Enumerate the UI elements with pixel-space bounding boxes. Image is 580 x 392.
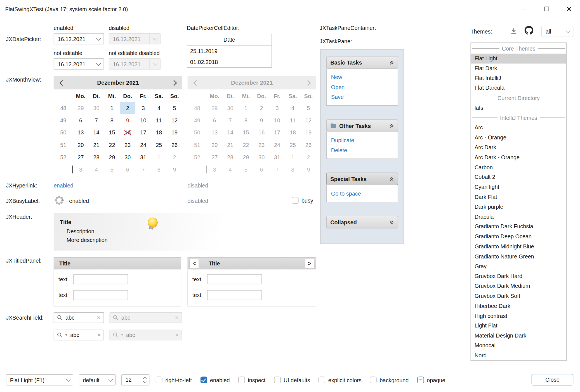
- text-input[interactable]: [207, 290, 262, 300]
- day-cell[interactable]: 21: [88, 139, 104, 151]
- day-cell[interactable]: 19: [167, 127, 182, 139]
- checkbox-right-to-left[interactable]: right-to-left: [156, 377, 192, 383]
- table-row[interactable]: 01.02.2018: [187, 56, 272, 67]
- table-row[interactable]: 25.11.2019: [187, 46, 272, 56]
- theme-item[interactable]: Arc Dark: [471, 143, 566, 153]
- day-cell[interactable]: 10: [135, 114, 151, 127]
- day-cell[interactable]: 3: [135, 102, 151, 114]
- checkbox-box[interactable]: [319, 377, 325, 383]
- day-cell[interactable]: 28: [222, 151, 238, 163]
- checkbox-box[interactable]: [274, 377, 281, 383]
- checkbox-box[interactable]: [417, 377, 424, 383]
- day-cell[interactable]: 6: [254, 163, 269, 176]
- day-cell[interactable]: 6: [207, 114, 222, 127]
- chevron-down-icon[interactable]: [93, 59, 103, 69]
- theme-item[interactable]: Hiberbee Dark: [471, 301, 566, 311]
- theme-item[interactable]: Carbon: [471, 162, 566, 172]
- day-cell[interactable]: 9: [120, 114, 135, 127]
- day-cell[interactable]: 9: [254, 114, 269, 127]
- theme-item[interactable]: Flat Light: [471, 54, 566, 63]
- day-cell[interactable]: 31: [269, 151, 285, 163]
- day-cell[interactable]: 13: [207, 127, 222, 139]
- chevron-down-icon[interactable]: [65, 334, 67, 336]
- day-cell[interactable]: 5: [104, 163, 120, 176]
- day-cell[interactable]: 9: [167, 163, 182, 176]
- day-cell[interactable]: 26: [301, 139, 316, 151]
- close-button[interactable]: Close: [532, 374, 573, 386]
- day-cell[interactable]: 7: [269, 163, 285, 176]
- day-cell[interactable]: 10: [269, 114, 285, 127]
- theme-item[interactable]: Flat Darcula: [471, 83, 566, 93]
- day-cell[interactable]: 8: [104, 114, 120, 127]
- day-cell[interactable]: 31: [135, 151, 151, 163]
- day-cell[interactable]: 24: [135, 139, 151, 151]
- day-cell[interactable]: 1: [151, 151, 167, 163]
- day-cell[interactable]: 22: [238, 139, 254, 151]
- checkbox-box[interactable]: [201, 377, 207, 383]
- theme-item[interactable]: High contrast: [471, 311, 566, 321]
- chevron-down-icon[interactable]: [93, 34, 103, 44]
- day-cell[interactable]: 1: [238, 102, 254, 114]
- clear-icon[interactable]: ×: [97, 332, 101, 338]
- day-cell[interactable]: 7: [88, 114, 104, 127]
- day-cell[interactable]: 2: [120, 102, 135, 114]
- day-cell[interactable]: 18: [285, 127, 301, 139]
- theme-item[interactable]: Flat IntelliJ: [471, 73, 566, 83]
- day-cell[interactable]: 14: [222, 127, 238, 139]
- day-cell[interactable]: 28: [88, 151, 104, 163]
- style-combo[interactable]: default: [79, 374, 116, 386]
- theme-item[interactable]: Gruvbox Dark Medium: [471, 281, 566, 291]
- day-cell[interactable]: 6: [120, 163, 135, 176]
- day-cell[interactable]: 11: [151, 114, 167, 127]
- theme-item[interactable]: Cobalt 2: [471, 172, 566, 182]
- github-icon[interactable]: [525, 26, 534, 35]
- day-cell[interactable]: 17: [135, 127, 151, 139]
- day-cell[interactable]: 7: [135, 163, 151, 176]
- checkbox-busy[interactable]: busy: [292, 196, 313, 205]
- day-cell[interactable]: 29: [104, 151, 120, 163]
- datepicker-enabled[interactable]: 16.12.2021: [54, 33, 104, 44]
- task-link[interactable]: Delete: [327, 145, 398, 155]
- searchfield-with-menu-enabled[interactable]: ×: [54, 330, 104, 340]
- theme-item[interactable]: Dark purple: [471, 202, 566, 212]
- download-icon[interactable]: [510, 27, 518, 35]
- chevron-double-up-icon[interactable]: [390, 177, 394, 181]
- minimize-button[interactable]: [513, 0, 536, 18]
- day-cell[interactable]: 7: [222, 114, 238, 127]
- day-cell[interactable]: 8: [285, 163, 301, 176]
- day-cell[interactable]: 29: [238, 151, 254, 163]
- search-input[interactable]: [70, 331, 95, 338]
- search-input[interactable]: [65, 314, 95, 321]
- prev-month-button[interactable]: [54, 76, 71, 89]
- hyperlink-enabled[interactable]: enabled: [54, 182, 74, 189]
- next-button[interactable]: >: [305, 258, 314, 268]
- day-cell[interactable]: 21: [222, 139, 238, 151]
- chevron-double-up-icon[interactable]: [390, 60, 394, 65]
- checkbox-background[interactable]: background: [370, 377, 409, 383]
- checkbox-opaque[interactable]: opaque: [417, 377, 445, 383]
- theme-item[interactable]: Monocai: [471, 341, 566, 350]
- day-cell[interactable]: 27: [73, 151, 89, 163]
- theme-item[interactable]: Arc Dark - Orange: [471, 153, 566, 162]
- day-cell[interactable]: 25: [285, 139, 301, 151]
- taskpane-header[interactable]: Basic Tasks: [326, 56, 398, 69]
- day-cell[interactable]: 5: [167, 102, 182, 114]
- theme-item[interactable]: Gradianto Midnight Blue: [471, 242, 566, 251]
- day-cell[interactable]: 9: [301, 163, 316, 176]
- themes-filter-combo[interactable]: all: [541, 26, 573, 37]
- day-cell[interactable]: 30: [120, 151, 135, 163]
- day-cell[interactable]: 8: [151, 163, 167, 176]
- task-link[interactable]: Go to space: [327, 189, 398, 199]
- text-input[interactable]: [73, 274, 128, 284]
- day-cell[interactable]: 1: [285, 151, 301, 163]
- theme-item[interactable]: Gray: [471, 262, 566, 271]
- day-cell[interactable]: 24: [269, 139, 285, 151]
- checkbox-box[interactable]: [292, 197, 299, 204]
- day-cell[interactable]: 29: [207, 102, 222, 114]
- day-cell[interactable]: 18: [151, 127, 167, 139]
- day-cell[interactable]: 1: [104, 102, 120, 114]
- checkbox-inspect[interactable]: inspect: [238, 377, 265, 383]
- laf-combo[interactable]: Flat Light (F1): [6, 374, 73, 386]
- theme-item[interactable]: Gradianto Dark Fuchsia: [471, 222, 566, 232]
- theme-item[interactable]: Material Design Dark: [471, 331, 566, 341]
